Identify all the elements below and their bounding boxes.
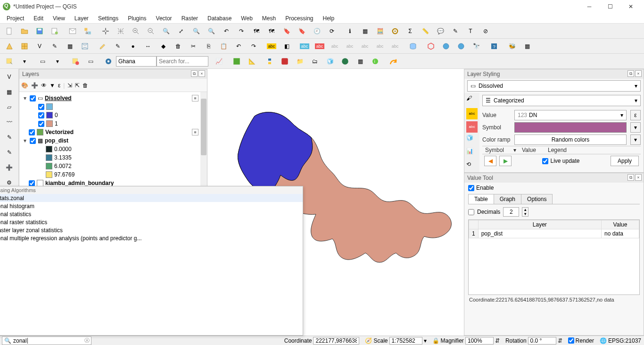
attribute-table-button[interactable]: ▦ — [358, 25, 372, 37]
measure-button[interactable]: 📏 — [419, 25, 432, 37]
open-project-button[interactable] — [18, 25, 31, 37]
layer-action-icon[interactable]: ≡ — [192, 95, 198, 101]
tree-dissolved[interactable]: ▾ ▭ Dissolved ≡ — [20, 94, 206, 102]
folder-plugin-icon[interactable]: 📁 — [293, 55, 306, 67]
col-symbol[interactable]: Symbol — [482, 146, 511, 154]
crs-label[interactable]: EPSG:21037 — [608, 337, 641, 344]
style-manager-button[interactable]: a — [81, 25, 94, 37]
new-geopackage-button[interactable]: ✎ — [48, 40, 61, 52]
label-g5-icon[interactable]: abc — [388, 40, 402, 52]
tree-row[interactable]: 1 — [20, 119, 206, 128]
select-dropdown-icon[interactable]: ▾ — [18, 55, 31, 67]
locator-result[interactable]: ✳ Zonal statistics — [0, 210, 303, 218]
value-field-combo[interactable]: 123 DN ▾ — [514, 110, 627, 120]
collapse-icon[interactable]: ▾ — [22, 137, 28, 144]
add-feature-button[interactable]: ● — [126, 40, 140, 52]
menu-web[interactable]: Web — [236, 14, 257, 23]
layout-manager-button[interactable] — [66, 25, 79, 37]
symbol-sort-icon[interactable]: ▾ — [511, 146, 519, 154]
layer-action-icon[interactable]: ≡ — [192, 129, 198, 135]
grid-plugin-icon[interactable]: ▦ — [354, 55, 367, 67]
copy-button[interactable]: ⎘ — [202, 40, 215, 52]
menu-edit[interactable]: Edit — [29, 14, 48, 23]
bookmarks-button[interactable]: 🔖 — [295, 25, 308, 37]
nominatim-icon[interactable] — [102, 55, 115, 67]
menu-project[interactable]: Project — [2, 14, 29, 23]
new-shapefile-button[interactable]: V — [33, 40, 46, 52]
field-calc-button[interactable]: 🧮 — [373, 25, 387, 37]
add-raster-layer-button[interactable] — [18, 40, 31, 52]
polygon-tool-icon[interactable]: ▱ — [3, 101, 16, 113]
plugin1-icon[interactable]: 🐝 — [505, 40, 519, 52]
zoom-out-button[interactable] — [144, 25, 157, 37]
tree-row[interactable]: 0.0000 — [20, 145, 206, 153]
new-3d-view-button[interactable]: 🗺 — [265, 25, 278, 37]
col-layer[interactable]: Layer — [478, 220, 601, 229]
collapse-all-icon[interactable]: ⇱ — [75, 82, 80, 89]
save-project-button[interactable] — [33, 25, 46, 37]
filter-legend-icon[interactable]: ▼ — [50, 82, 55, 89]
value-tool-table[interactable]: Layer Value 1 pop_dist no data — [468, 219, 640, 295]
live-update-checkbox[interactable] — [542, 158, 548, 164]
select-dropdown2-icon[interactable]: ▾ — [51, 55, 64, 67]
globe1-icon[interactable] — [439, 40, 453, 52]
label-yellow-icon[interactable]: abc — [265, 40, 278, 52]
symbol-swatch-button[interactable] — [514, 122, 627, 133]
magnifier-input[interactable] — [465, 337, 494, 345]
layer-checkbox[interactable] — [29, 180, 35, 186]
styling-forward-button[interactable]: ▶ — [499, 156, 512, 166]
col-legend[interactable]: Legend — [545, 146, 641, 154]
db-manager-button[interactable] — [406, 40, 420, 52]
label-blue-icon[interactable]: abc — [298, 40, 311, 52]
tree-vectorized[interactable]: Vectorized ≡ — [20, 128, 206, 136]
col-value[interactable]: Value — [602, 220, 639, 229]
curve-tool-icon[interactable]: 〰 — [3, 116, 16, 128]
enable-toggle[interactable]: Enable — [468, 185, 640, 191]
expand-all-icon[interactable]: ⇲ — [67, 82, 72, 89]
menu-processing[interactable]: Processing — [281, 14, 318, 23]
expression-filter-icon[interactable]: ε — [58, 82, 60, 89]
red-plugin-icon[interactable] — [278, 55, 291, 67]
tree-row[interactable] — [20, 102, 206, 111]
manage-visibility-icon[interactable]: 👁 — [41, 82, 47, 89]
pan-button[interactable] — [99, 25, 112, 37]
no-action-button[interactable]: ⊘ — [479, 25, 492, 37]
zoom-layer-button[interactable]: 🔍 — [205, 25, 218, 37]
color-ramp-button[interactable]: Random colors — [514, 135, 627, 145]
vector-create-icon[interactable]: V — [3, 71, 16, 83]
layer-checkbox[interactable] — [29, 129, 35, 135]
globe-plugin-icon[interactable] — [339, 55, 352, 67]
binoculars-icon[interactable]: 🔭 — [470, 40, 483, 52]
select-features-button[interactable] — [3, 55, 16, 67]
paste-button[interactable]: 📋 — [217, 40, 230, 52]
renderer-combo[interactable]: ☰ Categorized ▾ — [482, 95, 641, 106]
zoom-native-button[interactable]: 🔍 — [159, 25, 173, 37]
annotation-button[interactable]: ✎ — [449, 25, 462, 37]
save-edits-button[interactable]: ✎ — [111, 40, 124, 52]
menu-view[interactable]: View — [48, 14, 70, 23]
tab-table[interactable]: Table — [468, 194, 494, 204]
label-g4-icon[interactable]: abc — [373, 40, 387, 52]
python-console-button[interactable] — [263, 55, 276, 67]
label-g2-icon[interactable]: abc — [343, 40, 356, 52]
stats-button[interactable]: Σ — [404, 25, 417, 37]
pan-to-selection-button[interactable] — [114, 25, 127, 37]
locator-search-input[interactable] — [157, 56, 208, 67]
label-g1-icon[interactable]: abc — [328, 40, 341, 52]
tree-popdist[interactable]: ▾ ▩ pop_dist — [20, 136, 206, 145]
menu-plugins[interactable]: Plugins — [123, 14, 151, 23]
label-red-icon[interactable]: abc — [313, 40, 326, 52]
zoom-next-button[interactable]: ↷ — [235, 25, 248, 37]
locator-filter-combo[interactable] — [116, 56, 157, 67]
select-by-expr-button[interactable]: ▭ — [36, 55, 49, 67]
layer-checkbox[interactable] — [30, 95, 36, 101]
scale-input[interactable] — [389, 337, 422, 345]
pencil-ruler-icon[interactable]: 📐 — [245, 55, 258, 67]
new-bookmark-button[interactable]: 🔖 — [280, 25, 293, 37]
category-checkbox[interactable] — [38, 121, 44, 127]
refresh-button[interactable]: ⟳ — [325, 25, 339, 37]
grid-tool-icon[interactable]: ▦ — [3, 86, 16, 98]
menu-mesh[interactable]: Mesh — [257, 14, 281, 23]
zoom-last-button[interactable]: ↶ — [220, 25, 233, 37]
table-row[interactable]: 1 pop_dist no data — [469, 229, 639, 238]
